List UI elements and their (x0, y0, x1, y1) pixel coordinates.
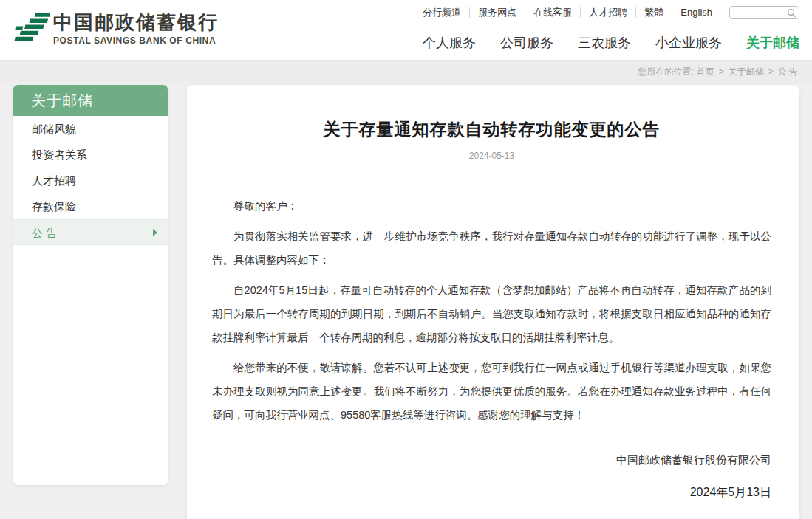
utility-link[interactable]: 服务网点 (469, 7, 525, 18)
breadcrumb-prefix: 您所在的位置: (638, 66, 693, 77)
title-divider (212, 176, 771, 176)
bank-logo[interactable]: 中国邮政储蓄银行 POSTAL SAVINGS BANK OF CHINA (10, 9, 219, 49)
sidebar-item[interactable]: 投资者关系 (13, 142, 168, 168)
utility-links: 分行频道服务网点在线客服人才招聘繁體English (414, 7, 720, 18)
sidebar-title: 关于邮储 (13, 85, 168, 116)
sidebar-item[interactable]: 存款保险 (13, 193, 168, 219)
article-body: 尊敬的客户：为贯彻落实相关监管要求，进一步维护市场竞争秩序，我行对存量通知存款自… (212, 194, 771, 427)
announcement-card: 关于存量通知存款自动转存功能变更的公告 2024-05-13 尊敬的客户：为贯彻… (187, 85, 799, 519)
article-title: 关于存量通知存款自动转存功能变更的公告 (212, 118, 771, 140)
sidebar-item-label: 投资者关系 (32, 148, 87, 161)
utility-link[interactable]: 繁體 (635, 7, 672, 18)
article-paragraph: 为贯彻落实相关监管要求，进一步维护市场竞争秩序，我行对存量通知存款自动转存的功能… (212, 224, 771, 272)
psbc-logo-icon (10, 9, 50, 49)
sidebar-item-label: 邮储风貌 (32, 123, 76, 135)
article-paragraph: 尊敬的客户： (212, 194, 771, 218)
utility-link[interactable]: 人才招聘 (580, 7, 635, 18)
sidebar-item[interactable]: 公 告 (13, 219, 168, 245)
sidebar-item-label: 存款保险 (32, 200, 76, 213)
nav-item[interactable]: 个人服务 (423, 34, 476, 52)
nav-item[interactable]: 三农服务 (578, 34, 631, 52)
nav-item[interactable]: 关于邮储 (746, 34, 799, 52)
article-paragraph: 给您带来的不便，敬请谅解。您若不认可上述变更，您可到我行任一网点或通过手机银行等… (212, 356, 771, 427)
sidebar-item[interactable]: 邮储风貌 (13, 116, 168, 142)
breadcrumb-link[interactable]: 公 告 (764, 66, 798, 77)
article-publish-date: 2024-05-13 (212, 151, 771, 161)
logo-name-cn: 中国邮政储蓄银行 (53, 12, 219, 33)
page: { "header": { "logo": { "cn": "中国邮政储蓄银行"… (0, 0, 812, 519)
site-header: 中国邮政储蓄银行 POSTAL SAVINGS BANK OF CHINA 分行… (0, 0, 812, 61)
sidebar-item-label: 人才招聘 (32, 174, 76, 187)
logo-name-en: POSTAL SAVINGS BANK OF CHINA (53, 35, 219, 46)
triangle-right-icon (153, 229, 157, 236)
breadcrumb-link[interactable]: 首页 (697, 66, 714, 77)
article-signature: 中国邮政储蓄银行股份有限公司 (212, 453, 771, 467)
search-input[interactable] (733, 7, 785, 18)
utility-link[interactable]: 分行频道 (414, 7, 469, 18)
breadcrumb-links: 首页关于邮储公 告 (697, 66, 798, 77)
nav-item[interactable]: 小企业服务 (655, 34, 722, 52)
breadcrumb-link[interactable]: 关于邮储 (714, 66, 764, 77)
article-sign-date: 2024年5月13日 (212, 485, 771, 501)
utility-link[interactable]: English (672, 7, 720, 18)
search-box (729, 6, 799, 19)
utility-link[interactable]: 在线客服 (525, 7, 580, 18)
logo-text: 中国邮政储蓄银行 POSTAL SAVINGS BANK OF CHINA (53, 12, 219, 46)
article-paragraph: 自2024年5月15日起，存量可自动转存的个人通知存款（含梦想加邮站）产品将不再… (212, 278, 771, 349)
sidebar-menu: 邮储风貌 投资者关系 人才招聘 存款保险 公 告 (13, 116, 168, 245)
utility-row: 分行频道服务网点在线客服人才招聘繁體English (414, 5, 799, 20)
breadcrumb: 您所在的位置:首页关于邮储公 告 (0, 61, 812, 82)
search-icon[interactable] (787, 8, 796, 18)
sidebar-item[interactable]: 人才招聘 (13, 168, 168, 193)
sidebar: 关于邮储 邮储风貌 投资者关系 人才招聘 存款保险 公 告 (13, 85, 168, 485)
main-nav: 个人服务公司服务三农服务小企业服务关于邮储 (398, 34, 799, 52)
nav-item[interactable]: 公司服务 (500, 34, 553, 52)
sidebar-item-label: 公 告 (32, 227, 57, 239)
